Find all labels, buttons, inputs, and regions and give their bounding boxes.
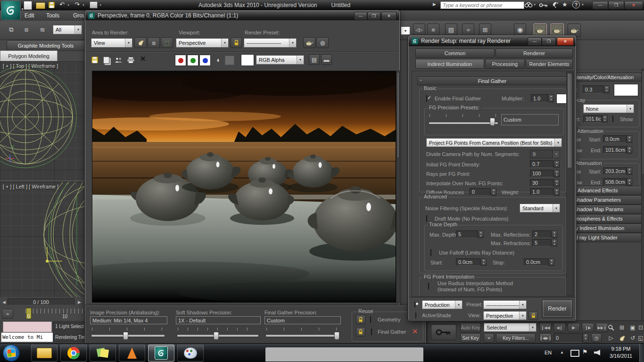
selection-set-dropdown[interactable]: Selected (484, 323, 537, 332)
tray-clock[interactable]: 9:18 PM 3/16/2011 (605, 346, 636, 360)
rollout-intensity-color-attenuation[interactable]: Intensity/Color/Attenuation (576, 73, 644, 82)
cp-near-end-spinner[interactable] (627, 146, 632, 154)
cp-multiplier-field[interactable]: 0.3 (583, 85, 603, 93)
set-key-button[interactable]: Set Key (460, 333, 481, 343)
tab-processing[interactable]: Processing (485, 59, 525, 69)
menu-group[interactable]: Grou (73, 12, 86, 19)
maximize-viewport-icon[interactable]: ◱ (636, 333, 644, 343)
rfw-clear-color-swatch[interactable] (241, 54, 254, 66)
track-bar[interactable]: ≈ 0 10 (0, 307, 86, 321)
rfw-area-dropdown[interactable]: View (91, 38, 132, 48)
rfw-green-channel-button[interactable] (187, 55, 198, 66)
fg-project-dropdown[interactable]: Project FG Points From Camera Position (… (426, 138, 562, 147)
orbit-icon[interactable]: ↺ (628, 333, 637, 343)
tray-network-icon[interactable] (570, 350, 579, 357)
radius-interp-checkbox[interactable] (428, 283, 429, 289)
cp-near-end-field[interactable]: 101.6cm (603, 146, 627, 154)
render-production-icon[interactable] (568, 24, 581, 37)
rollout-advanced-effects[interactable]: Advanced Effects (576, 186, 644, 195)
select-and-link-icon[interactable]: ⧉ (6, 25, 17, 35)
tray-expand-icon[interactable]: ▲ (560, 350, 564, 354)
reuse-geometry-checkbox[interactable] (370, 316, 371, 323)
taskbar-explorer[interactable] (31, 345, 58, 362)
cp-decay-type-dropdown[interactable]: None (583, 104, 634, 113)
interp-field[interactable]: 30 (530, 179, 553, 187)
cp-far-end-field[interactable]: 508.0cm (603, 178, 627, 186)
zoom-extents-icon[interactable]: ▣ (628, 323, 637, 332)
new-scene-icon[interactable] (24, 1, 32, 10)
rfw-red-channel-button[interactable] (175, 55, 186, 66)
maxrefr-spinner[interactable] (552, 239, 557, 247)
time-configuration-button[interactable]: ◷ (591, 333, 602, 343)
rfw-alpha-button[interactable] (225, 56, 234, 65)
play-button[interactable]: ▶ (568, 323, 580, 332)
rollout-mr-indirect-illumination[interactable]: mental ray Indirect Illumination (576, 223, 644, 233)
cp-decay-start-field[interactable]: 101.6c (583, 115, 602, 123)
enable-fg-checkbox[interactable] (426, 95, 427, 102)
activeshade-radio[interactable] (415, 312, 416, 319)
rfw-render-setup-button[interactable] (303, 37, 315, 48)
soft-shadows-slider-thumb[interactable] (214, 332, 219, 340)
subscription-key-icon[interactable] (539, 2, 548, 8)
tab-indirect-illumination[interactable]: Indirect Illumination (415, 59, 484, 69)
use-falloff-checkbox[interactable] (430, 249, 431, 256)
preset-dropdown[interactable]: ------------------- (483, 300, 527, 309)
zoom-icon[interactable] (606, 323, 616, 332)
rfw-copy-image-icon[interactable] (101, 55, 111, 65)
rfw-window-mode-button[interactable]: ▬ (321, 54, 332, 65)
viewport-top-label[interactable]: [ + ] [ Top ] [ Wireframe ] (3, 63, 58, 69)
align-icon[interactable]: ≡ (427, 24, 439, 36)
current-frame-spinner[interactable] (583, 333, 588, 343)
help-icon[interactable]: ? (572, 1, 580, 8)
help-dropdown-icon[interactable]: ▼ (581, 3, 584, 6)
tab-renderer[interactable]: Renderer (495, 49, 573, 58)
mirror-icon[interactable]: ◁▷ (413, 24, 425, 36)
tray-volume-icon[interactable] (594, 350, 600, 355)
viewport-top[interactable]: V [ + ] [ Top ] [ Wireframe ] (0, 61, 86, 181)
start-button[interactable] (3, 345, 20, 362)
zoom-extents-all-icon[interactable]: ⊡ (636, 323, 644, 332)
close-button[interactable]: ✕ (624, 1, 643, 9)
production-radio[interactable] (414, 301, 415, 308)
application-menu-arrow-icon[interactable]: ▼ (21, 8, 24, 11)
rfw-close-button[interactable]: ✕ (381, 12, 396, 20)
rollout-final-gather[interactable]: - Final Gather (417, 76, 567, 85)
rfw-autoregion-button[interactable]: ⬚ (161, 37, 173, 48)
application-button[interactable] (1, 0, 21, 20)
rsd-titlebar[interactable]: Render Setup: mental ray Renderer — ❐ ✕ (409, 36, 576, 46)
fetch-dropdown-icon[interactable]: ▼ (99, 4, 102, 7)
rfw-lock-viewport-button[interactable] (231, 37, 242, 48)
tab-render-elements[interactable]: Render Elements (526, 59, 573, 69)
render-setup-icon[interactable] (534, 24, 547, 37)
tray-action-center-icon[interactable]: ⚑ (582, 348, 588, 355)
noise-dropdown[interactable]: Standard (520, 204, 560, 213)
maxrefr-field[interactable]: 5 (532, 239, 551, 247)
current-frame-field[interactable]: 0 (553, 333, 583, 343)
show-desktop-button[interactable] (639, 344, 644, 362)
command-panel-scrollbar[interactable] (641, 69, 644, 321)
taskbar-vlc[interactable] (119, 345, 145, 362)
open-file-icon[interactable] (36, 2, 45, 9)
rfw-maximize-button[interactable]: ❐ (367, 12, 380, 20)
reuse-fg-checkbox[interactable] (371, 329, 372, 335)
unlink-selection-icon[interactable]: ⧈ (21, 25, 32, 35)
reuse-fg-lock-button[interactable] (356, 327, 365, 337)
rfw-save-image-icon[interactable] (90, 55, 99, 65)
key-mode-toggle-button[interactable]: ❙◀▶❙ (539, 333, 552, 343)
production-dropdown[interactable]: Production (422, 300, 462, 309)
cp-far-start-field[interactable]: 203.2cm (603, 167, 627, 175)
fg-multiplier-spinner[interactable] (548, 94, 554, 102)
viewport-left[interactable]: [ + ] [ Left ] [ Wireframe ] (0, 181, 86, 297)
selection-filter-dropdown[interactable]: All (53, 25, 82, 34)
taskbar-3dsmax[interactable] (148, 345, 174, 362)
taskbar-chrome[interactable] (60, 345, 87, 362)
rendered-frame-window-icon[interactable] (551, 24, 564, 37)
frame-indicator[interactable]: 0 / 100 (8, 298, 74, 305)
rfw-channel-dropdown[interactable]: RGB Alpha (256, 55, 304, 65)
restore-button[interactable]: ❐ (608, 1, 624, 9)
next-frame-button[interactable]: ❙▶ (582, 323, 594, 332)
fg-multiplier-field[interactable]: 1.0 (531, 94, 548, 102)
maxscript-listener-line[interactable]: Welcome to Mi (1, 332, 54, 342)
divide-dropdown[interactable]: 9 (530, 150, 560, 158)
cp-near-start-field[interactable]: 0.0cm (603, 135, 627, 143)
